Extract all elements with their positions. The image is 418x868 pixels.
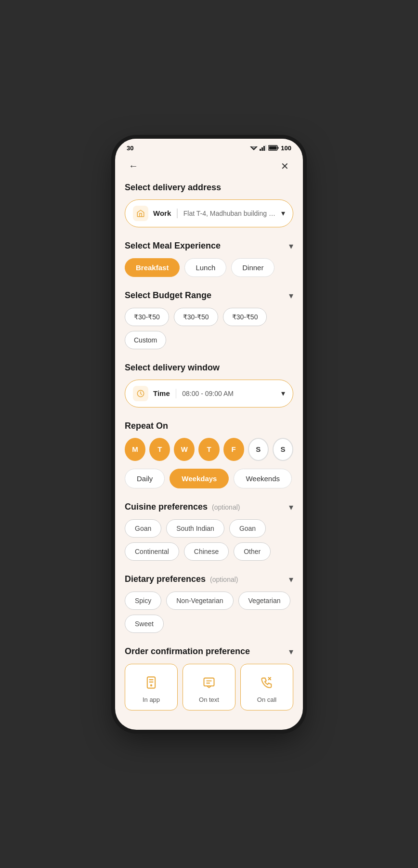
inapp-icon: [142, 673, 161, 692]
scroll-content: Select delivery address Work Flat T-4, M…: [115, 183, 303, 730]
day-friday[interactable]: F: [223, 438, 244, 461]
svg-rect-8: [278, 147, 279, 149]
svg-point-13: [151, 684, 152, 685]
address-divider: [177, 209, 178, 218]
order-confirmation-title: Order confirmation preference: [125, 646, 250, 657]
cuisine-chinese[interactable]: Chinese: [184, 542, 229, 561]
svg-rect-14: [204, 678, 214, 685]
address-chevron-icon: ▾: [281, 209, 285, 218]
budget-tag-1[interactable]: ₹30-₹50: [125, 308, 169, 326]
conf-inapp-label: In app: [143, 696, 160, 703]
dietary-optional: (optional): [210, 576, 238, 583]
address-label: Work: [153, 209, 171, 217]
meal-tag-breakfast[interactable]: Breakfast: [125, 258, 180, 277]
period-row: Daily Weekdays Weekends: [125, 469, 293, 488]
cuisine-goan-1[interactable]: Goan: [125, 519, 161, 538]
clock-icon: [133, 386, 148, 401]
address-text: Flat T-4, Madhuban building 1. Opp. ...: [183, 210, 277, 217]
meal-experience-header: Select Meal Experience ▾: [125, 241, 293, 251]
period-weekends[interactable]: Weekends: [234, 469, 292, 488]
battery-level: 100: [281, 145, 291, 152]
time-text: 08:00 - 09:00 AM: [182, 390, 277, 397]
dietary-non-veg[interactable]: Non-Vegetarian: [166, 592, 233, 610]
cuisine-optional: (optional): [212, 503, 240, 511]
conf-card-oncall[interactable]: On call: [240, 664, 293, 710]
cuisine-goan-2[interactable]: Goan: [229, 519, 266, 538]
budget-tags-row: ₹30-₹50 ₹30-₹50 ₹30-₹50 Custom: [125, 308, 293, 349]
cuisine-other[interactable]: Other: [234, 542, 271, 561]
time-label: Time: [153, 389, 170, 397]
status-bar: 30 100: [115, 139, 303, 154]
day-thursday[interactable]: T: [198, 438, 219, 461]
delivery-window-title: Select delivery window: [125, 363, 293, 373]
dietary-spicy[interactable]: Spicy: [125, 592, 161, 610]
oncall-icon: [257, 673, 276, 692]
svg-rect-3: [261, 147, 263, 151]
status-icons: 100: [250, 145, 291, 152]
status-time: 30: [127, 145, 133, 152]
address-section-title: Select delivery address: [125, 183, 293, 193]
budget-tag-3[interactable]: ₹30-₹50: [223, 308, 267, 326]
close-button[interactable]: ✕: [276, 158, 293, 175]
meal-chevron-icon: ▾: [289, 241, 293, 251]
repeat-on-title: Repeat On: [125, 421, 293, 431]
cuisine-header: Cuisine preferences (optional) ▾: [125, 502, 293, 513]
dietary-sweet[interactable]: Sweet: [125, 615, 164, 633]
day-saturday[interactable]: S: [248, 438, 269, 461]
budget-chevron-icon: ▾: [289, 290, 293, 301]
meal-experience-title: Select Meal Experience: [125, 241, 221, 251]
budget-range-header: Select Budget Range ▾: [125, 290, 293, 301]
svg-rect-5: [265, 145, 266, 151]
cuisine-title: Cuisine preferences (optional): [125, 502, 240, 512]
cuisine-tags-row: Goan South Indian Goan Continental Chine…: [125, 519, 293, 561]
time-selector[interactable]: Time 08:00 - 09:00 AM ▾: [125, 380, 293, 408]
dietary-vegetarian[interactable]: Vegetarian: [238, 592, 291, 610]
time-chevron-icon: ▾: [281, 389, 285, 398]
day-sunday[interactable]: S: [273, 438, 293, 461]
period-daily[interactable]: Daily: [125, 469, 165, 488]
ontext-icon: [199, 673, 219, 692]
svg-rect-2: [260, 149, 261, 151]
day-wednesday[interactable]: W: [174, 438, 195, 461]
budget-tag-custom[interactable]: Custom: [125, 331, 166, 349]
day-tuesday[interactable]: T: [149, 438, 170, 461]
meal-tags-row: Breakfast Lunch Dinner: [125, 258, 293, 277]
address-selector[interactable]: Work Flat T-4, Madhuban building 1. Opp.…: [125, 199, 293, 227]
budget-tag-2[interactable]: ₹30-₹50: [174, 308, 218, 326]
order-confirmation-chevron-icon: ▾: [289, 646, 293, 657]
dietary-chevron-icon: ▾: [289, 574, 293, 585]
conf-card-inapp[interactable]: In app: [125, 664, 178, 710]
order-confirmation-header: Order confirmation preference ▾: [125, 646, 293, 657]
cuisine-south-indian[interactable]: South Indian: [166, 519, 224, 538]
conf-ontext-label: On text: [199, 696, 219, 703]
meal-tag-dinner[interactable]: Dinner: [231, 258, 274, 277]
dietary-title: Dietary preferences (optional): [125, 574, 238, 584]
svg-rect-7: [269, 146, 277, 150]
budget-range-title: Select Budget Range: [125, 290, 211, 301]
dietary-header: Dietary preferences (optional) ▾: [125, 574, 293, 585]
phone-frame: 30 100 ← ✕ Select deliv: [115, 139, 303, 730]
signal-icon: [260, 145, 266, 151]
back-button[interactable]: ←: [125, 158, 142, 175]
nav-header: ← ✕: [115, 154, 303, 183]
address-home-icon: [133, 206, 148, 221]
day-monday[interactable]: M: [125, 438, 145, 461]
wifi-icon: [250, 145, 258, 151]
battery-icon: [268, 145, 279, 151]
period-weekdays[interactable]: Weekdays: [170, 469, 229, 488]
days-row: M T W T F S S: [125, 438, 293, 461]
svg-rect-4: [263, 146, 265, 151]
cuisine-continental[interactable]: Continental: [125, 542, 179, 561]
confirmation-cards-row: In app On text: [125, 664, 293, 710]
conf-oncall-label: On call: [257, 696, 276, 703]
dietary-tags-row: Spicy Non-Vegetarian Vegetarian Sweet: [125, 592, 293, 633]
conf-card-ontext[interactable]: On text: [183, 664, 235, 710]
time-divider: [176, 389, 177, 398]
meal-tag-lunch[interactable]: Lunch: [184, 258, 226, 277]
cuisine-chevron-icon: ▾: [289, 502, 293, 513]
svg-rect-10: [147, 677, 155, 688]
